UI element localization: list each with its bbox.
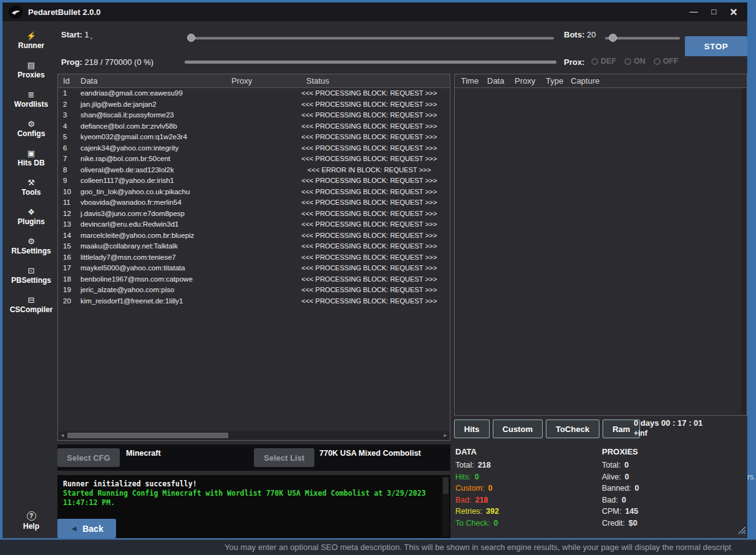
table-row[interactable]: 19 jeric_alzate@yahoo.com:piso <<< PROCE… bbox=[58, 285, 450, 296]
column-header-proxy[interactable]: Proxy bbox=[515, 76, 535, 86]
table-row[interactable]: 8 oliveral@web.de:asd123lol2k <<< ERROR … bbox=[58, 165, 450, 176]
scroll-right-icon[interactable]: ► bbox=[442, 431, 449, 440]
table-row[interactable]: 14 marcelcleite@yahoo.com.br:bluepiz <<<… bbox=[58, 230, 450, 242]
table-row[interactable]: 1 eandrias@gmail.com:eawesu99 <<< PROCES… bbox=[58, 88, 450, 99]
maximize-button[interactable]: □ bbox=[711, 7, 716, 17]
sidebar-item-configs[interactable]: ⚙ Configs bbox=[2, 115, 60, 140]
prox-radio-group: DEF ON OFF bbox=[591, 57, 679, 66]
table-row[interactable]: 15 maaku@collabrary.net:Talktalk <<< PRO… bbox=[58, 241, 450, 252]
spinner-icon[interactable]: ▾ bbox=[90, 36, 93, 41]
sidebar-item-label: RLSettings bbox=[11, 247, 51, 255]
sidebar-item-wordlists[interactable]: ≣ Wordlists bbox=[2, 86, 60, 111]
bots-slider-thumb[interactable] bbox=[609, 34, 617, 42]
proxies-stats: PROXIES Total:0 Alive:0 Banned:0 bbox=[602, 447, 742, 530]
sidebar-item-label: CSCompiler bbox=[10, 305, 53, 314]
log-output: Runner initialized succesfully! Started … bbox=[57, 475, 450, 538]
data-stats-list: Total:218 Hits:0 Custom:0 Bad:218 bbox=[455, 461, 596, 530]
stop-button[interactable]: STOP bbox=[685, 36, 747, 56]
sidebar-item-hitsdb[interactable]: ▣ Hits DB bbox=[2, 145, 60, 170]
log-scrollbar[interactable] bbox=[442, 476, 449, 537]
table-row[interactable]: 10 goo_tin_lok@yahoo.co.uk:pikachu <<< P… bbox=[58, 187, 450, 198]
minimize-button[interactable]: — bbox=[689, 7, 697, 17]
stat-line: Hits:0 bbox=[455, 473, 596, 484]
selected-wordlist-name: 770K USA Mixed Combolist bbox=[319, 449, 421, 458]
back-button-label: Back bbox=[82, 524, 103, 534]
sidebar-item-label: Tools bbox=[21, 188, 41, 197]
sidebar-item-tools[interactable]: ⚒ Tools bbox=[2, 174, 60, 199]
select-cfg-button[interactable]: Select CFG bbox=[57, 448, 120, 467]
sidebar-item-cscompiler[interactable]: ⊟ CSCompiler bbox=[2, 292, 60, 317]
start-value[interactable]: 1 bbox=[85, 30, 89, 39]
help-icon: ? bbox=[27, 511, 36, 521]
sidebar-item-plugins[interactable]: ❖ Plugins bbox=[2, 204, 60, 228]
start-slider-thumb[interactable] bbox=[187, 34, 195, 42]
column-header-type[interactable]: Type bbox=[546, 76, 563, 86]
tab-custom[interactable]: Custom bbox=[493, 420, 543, 438]
start-slider[interactable] bbox=[187, 34, 554, 42]
stat-line: To Check:0 bbox=[455, 519, 596, 531]
vertical-scrollbar[interactable] bbox=[742, 89, 746, 415]
log-scrollbar-thumb[interactable] bbox=[443, 478, 448, 494]
stat-line: Custom:0 bbox=[455, 484, 596, 496]
tab-hits[interactable]: Hits bbox=[454, 420, 490, 438]
tab-tocheck[interactable]: ToCheck bbox=[546, 420, 599, 438]
stat-line: Alive:0 bbox=[602, 473, 742, 484]
bots-value[interactable]: 20 bbox=[587, 30, 596, 39]
table-row[interactable]: 13 devincarl@eru.edu:Redwin3d1 <<< PROCE… bbox=[58, 219, 450, 230]
sidebar-item-proxies[interactable]: ▤ Proxies bbox=[2, 57, 60, 82]
prox-label: Prox: bbox=[564, 57, 584, 67]
bots-slider[interactable] bbox=[605, 34, 680, 42]
column-header-proxy[interactable]: Proxy bbox=[231, 76, 252, 86]
table-row[interactable]: 7 nike.rap@bol.com.br:50cent <<< PROCESS… bbox=[58, 154, 450, 165]
table-row[interactable]: 3 shan@tiscali.it:pussyforme23 <<< PROCE… bbox=[58, 110, 450, 121]
close-button[interactable]: × bbox=[730, 7, 737, 17]
sidebar-item-runner[interactable]: ⚡ Runner bbox=[2, 27, 60, 52]
table-row[interactable]: 4 defiance@bol.com.br:zrvlv58b <<< PROCE… bbox=[58, 121, 450, 132]
column-header-time[interactable]: Time bbox=[461, 76, 478, 86]
table-row[interactable]: 2 jan.jilg@web.de:janjan2 <<< PROCESSING… bbox=[58, 99, 450, 111]
table-row[interactable]: 20 kim_reisdorf1@freenet.de:1lilly1 <<< … bbox=[58, 296, 450, 307]
background-text-fragment: rs. bbox=[747, 473, 755, 481]
resize-grip-icon[interactable] bbox=[738, 526, 746, 537]
remaining-time: +inf bbox=[634, 429, 703, 438]
table-row[interactable]: 16 littlelady7@msn.com:teniese7 <<< PROC… bbox=[58, 252, 450, 263]
table-row[interactable]: 12 j.davis3@juno.com:e7dom8pesp <<< PROC… bbox=[58, 209, 450, 220]
sidebar-item-label: Runner bbox=[18, 41, 44, 50]
bots-label: Bots: 20 bbox=[564, 30, 596, 39]
scroll-left-icon[interactable]: ◄ bbox=[59, 431, 66, 440]
table-row[interactable]: 17 maykel5000@yahoo.com:titatata <<< PRO… bbox=[58, 263, 450, 274]
log-line: Started Running Config Minecraft with Wo… bbox=[63, 489, 437, 508]
sidebar-item-help[interactable]: ? Help bbox=[2, 508, 60, 533]
hits-tabs: Hits Custom ToCheck Ram bbox=[454, 420, 643, 438]
table-row[interactable]: 6 cajenk34@yahoo.com:integrity <<< PROCE… bbox=[58, 143, 450, 154]
column-header-data[interactable]: Data bbox=[80, 76, 97, 86]
table-row[interactable]: 9 colleen1117@yahoo.de:irish1 <<< PROCES… bbox=[58, 175, 450, 187]
horizontal-scrollbar-thumb[interactable] bbox=[67, 433, 228, 438]
hits-table: Time Data Proxy Type Capture bbox=[454, 74, 747, 416]
stat-line: Credit:$0 bbox=[602, 519, 742, 531]
app-logo-icon bbox=[9, 5, 22, 19]
prox-on-radio[interactable]: ON bbox=[624, 57, 646, 66]
column-header-id[interactable]: Id bbox=[63, 76, 70, 86]
table-row[interactable]: 11 vboavida@wanadoo.fr:merlin54 <<< PROC… bbox=[58, 197, 450, 209]
start-slider-track[interactable] bbox=[187, 37, 554, 39]
data-stats-title: DATA bbox=[455, 447, 596, 456]
horizontal-scrollbar[interactable]: ◄ ► bbox=[59, 431, 449, 440]
prox-off-radio[interactable]: OFF bbox=[654, 57, 679, 66]
column-header-data[interactable]: Data bbox=[487, 76, 504, 86]
select-list-button[interactable]: Select List bbox=[254, 448, 314, 467]
sidebar-item-label: Help bbox=[23, 522, 39, 531]
prox-def-radio[interactable]: DEF bbox=[591, 57, 616, 66]
sidebar-item-rlsettings[interactable]: ⚙ RLSettings bbox=[2, 233, 60, 258]
window-controls: — □ × bbox=[689, 7, 741, 17]
sidebar-item-pbsettings[interactable]: ⊡ PBSettings bbox=[2, 262, 60, 287]
results-table-header: Id Data Proxy Status bbox=[58, 74, 450, 88]
window-title: PedaretBullet 2.0.0 bbox=[28, 7, 100, 17]
table-row[interactable]: 18 benboline1967@msn.com:catpowe <<< PRO… bbox=[58, 274, 450, 285]
column-header-capture[interactable]: Capture bbox=[571, 76, 599, 86]
table-row[interactable]: 5 kyeom032@gmail.com:q1w2e3r4 <<< PROCES… bbox=[58, 132, 450, 143]
log-lines: Runner initialized succesfully! Started … bbox=[57, 475, 450, 508]
column-header-status[interactable]: Status bbox=[306, 76, 329, 86]
page-background: PedaretBullet 2.0.0 — □ × ⚡ Runner ▤ bbox=[0, 0, 756, 555]
back-button[interactable]: ◄ Back bbox=[57, 519, 116, 538]
